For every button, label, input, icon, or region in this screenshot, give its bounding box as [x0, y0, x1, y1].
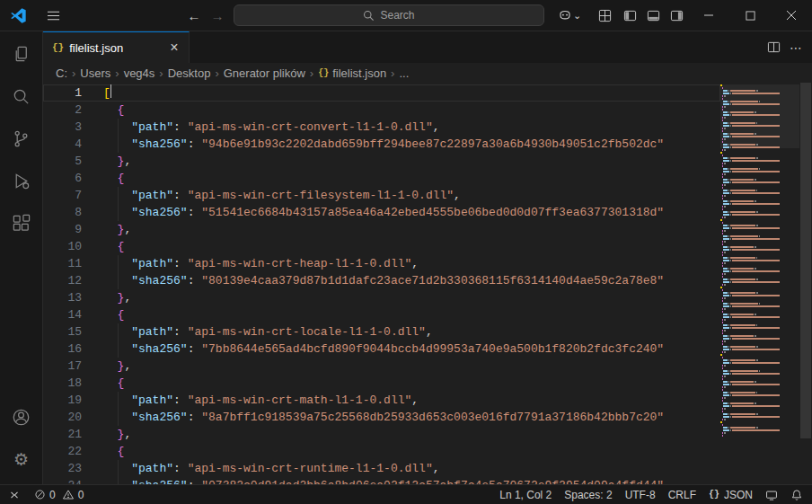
code-line[interactable]: 5 }, [43, 153, 720, 170]
minimap-token [730, 295, 732, 296]
code-line[interactable]: 19 "path": "api-ms-win-crt-math-l1-1-0.d… [43, 392, 720, 409]
code-line[interactable]: 8 "sha256": "51541ec6684b43157a85ea46a42… [43, 204, 720, 221]
minimap-token [722, 187, 724, 189]
code-line[interactable]: 4 "sha256": "94b6e91b93c2202dabd659bff29… [43, 136, 720, 153]
tab-filelist-json[interactable]: {} filelist.json × [43, 31, 190, 63]
breadcrumb-item[interactable]: {}filelist.json [318, 66, 386, 80]
minimap-line [720, 292, 799, 294]
toggle-primary-sidebar-button[interactable] [618, 0, 641, 31]
settings-button[interactable]: ⚙ [0, 438, 43, 481]
breadcrumb-item[interactable]: Users [80, 66, 110, 80]
search-view-button[interactable] [0, 75, 43, 118]
breadcrumb-item[interactable]: ... [399, 66, 409, 80]
code-line[interactable]: 10 { [43, 238, 720, 255]
code-line[interactable]: 13 }, [43, 289, 720, 306]
back-button[interactable]: ← [182, 0, 206, 31]
eol-button[interactable]: CRLF [662, 485, 702, 504]
line-text: "path": "api-ms-win-crt-convert-l1-1-0.d… [103, 119, 720, 136]
code-line[interactable]: 12 "sha256": "80139e4caa379d87b1d1dafc23… [43, 272, 720, 289]
code-line[interactable]: 3 "path": "api-ms-win-crt-convert-l1-1-0… [43, 119, 720, 136]
minimap-token [732, 305, 780, 307]
breadcrumb-item[interactable]: Desktop [168, 66, 211, 80]
code-line[interactable]: 20 "sha256": "8a7bff1c918539a75c25568db2… [43, 409, 720, 426]
notifications-button[interactable] [784, 485, 805, 504]
minimap-token [732, 171, 780, 172]
code-line[interactable]: 24 "sha256": "07382c0d91dad2bb6a8bd06ea0… [43, 477, 720, 484]
cursor-position-button[interactable]: Ln 1, Col 2 [493, 485, 558, 504]
code-area[interactable]: 1[2 {3 "path": "api-ms-win-crt-convert-l… [43, 84, 720, 484]
minimap-token [730, 416, 732, 418]
broadcast-button[interactable] [759, 485, 784, 504]
close-button[interactable] [771, 0, 812, 31]
code-token: "sha256" [131, 342, 187, 356]
minimap-token [722, 389, 724, 391]
code-line[interactable]: 14 { [43, 306, 720, 323]
copilot-button[interactable]: ⌄ [553, 0, 586, 31]
breadcrumb-item[interactable]: Gnerator plików [224, 66, 305, 80]
menu-icon[interactable] [40, 0, 66, 31]
problems-button[interactable]: 0 0 [29, 485, 89, 504]
code-line[interactable]: 7 "path": "api-ms-win-crt-filesystem-l1-… [43, 187, 720, 204]
code-token: : [173, 189, 188, 202]
code-line[interactable]: 16 "sha256": "7bb8644e565ad4bcfd890f9044… [43, 340, 720, 358]
code-line[interactable]: 6 { [43, 170, 720, 187]
minimap-token [722, 149, 724, 151]
minimap-line [720, 413, 799, 415]
code-line[interactable]: 23 "path": "api-ms-win-crt-runtime-l1-1-… [43, 460, 720, 477]
editor[interactable]: 1[2 {3 "path": "api-ms-win-crt-convert-l… [43, 83, 812, 484]
minimap-token [723, 122, 728, 124]
minimap-line [720, 346, 799, 348]
command-center-search[interactable]: Search [234, 4, 544, 26]
minimap-token [722, 419, 724, 420]
customize-layout-button[interactable] [593, 0, 616, 31]
vertical-scrollbar[interactable] [799, 83, 812, 484]
account-button[interactable] [0, 396, 43, 438]
minimap-token [732, 416, 780, 418]
minimap[interactable] [720, 84, 799, 484]
toggle-secondary-sidebar-button[interactable] [665, 0, 688, 31]
run-debug-button[interactable] [0, 160, 43, 202]
scrollbar-thumb[interactable] [800, 83, 811, 438]
minimap-token [722, 173, 724, 175]
explorer-button[interactable] [0, 33, 43, 75]
code-line[interactable]: 2 { [43, 102, 720, 119]
breadcrumb-item[interactable]: C: [56, 66, 67, 80]
minimap-line [720, 254, 799, 256]
encoding-button[interactable]: UTF-8 [619, 485, 662, 504]
source-control-button[interactable] [0, 118, 43, 160]
remote-indicator-button[interactable] [0, 485, 29, 504]
code-line[interactable]: 15 "path": "api-ms-win-crt-locale-l1-1-0… [43, 323, 720, 340]
breadcrumb-item[interactable]: veg4s [124, 66, 155, 80]
code-line[interactable]: 17 }, [43, 358, 720, 375]
code-line[interactable]: 11 "path": "api-ms-win-crt-heap-l1-1-0.d… [43, 255, 720, 272]
code-line[interactable]: 18 { [43, 375, 720, 392]
minimap-token [723, 260, 728, 261]
code-line[interactable]: 22 { [43, 443, 720, 460]
minimap-token [730, 246, 754, 248]
toggle-panel-button[interactable] [641, 0, 665, 31]
minimap-token [756, 346, 758, 348]
code-token [103, 411, 131, 424]
code-line[interactable]: 21 }, [43, 426, 720, 443]
minimap-token [730, 93, 732, 94]
minimap-line [720, 389, 799, 391]
code-line[interactable]: 9 }, [43, 221, 720, 238]
close-tab-icon[interactable]: × [165, 39, 183, 57]
language-mode-button[interactable]: {} JSON [702, 485, 759, 504]
minimap-token [755, 133, 756, 135]
language-json-icon: {} [709, 490, 719, 500]
code-line[interactable]: 1[ [43, 84, 720, 102]
maximize-button[interactable] [729, 0, 771, 31]
minimap-token [723, 171, 728, 172]
indentation-button[interactable]: Spaces: 2 [558, 485, 618, 504]
minimap-token [732, 316, 780, 318]
minimap-token [728, 246, 730, 248]
more-actions-icon[interactable]: ⋯ [790, 40, 803, 55]
minimap-token [723, 257, 728, 259]
encoding-label: UTF-8 [625, 489, 656, 501]
minimize-button[interactable] [688, 0, 729, 31]
minimap-line [720, 408, 799, 410]
forward-button[interactable]: → [206, 0, 229, 31]
extensions-button[interactable] [0, 202, 43, 244]
split-editor-icon[interactable] [767, 40, 781, 54]
